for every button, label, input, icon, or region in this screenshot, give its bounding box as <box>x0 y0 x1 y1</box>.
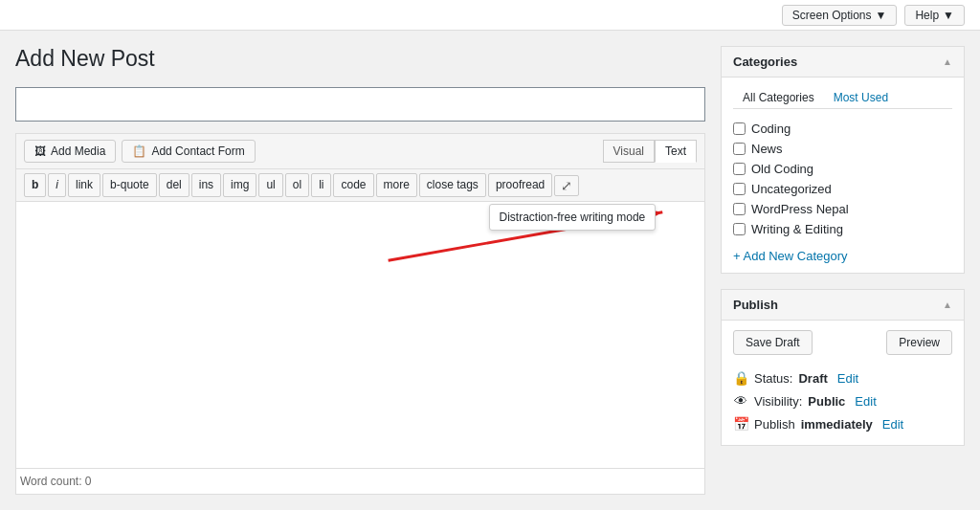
publish-meta-list: 🔒 Status: Draft Edit 👁 Visibility: Publi… <box>733 366 952 435</box>
news-checkbox[interactable] <box>733 143 746 155</box>
top-bar: Screen Options ▼ Help ▼ <box>0 0 980 31</box>
screen-options-button[interactable]: Screen Options ▼ <box>782 5 898 26</box>
li-button[interactable]: li <box>311 173 331 197</box>
add-media-icon: 🖼 <box>34 144 46 158</box>
coding-label: Coding <box>751 122 791 136</box>
publish-time-meta: 📅 Publish immediately Edit <box>733 412 952 435</box>
add-new-category-link[interactable]: + Add New Category <box>733 249 848 263</box>
word-count: Word count: 0 <box>15 469 705 495</box>
categories-body: All Categories Most Used Coding News Old… <box>722 78 964 273</box>
visibility-meta: 👁 Visibility: Public Edit <box>733 389 952 412</box>
status-meta: 🔒 Status: Draft Edit <box>733 366 952 389</box>
most-used-tab[interactable]: Most Used <box>824 87 898 108</box>
publish-body: Save Draft Preview 🔒 Status: Draft Edit … <box>722 321 964 445</box>
status-value: Draft <box>798 371 827 386</box>
visibility-icon: 👁 <box>733 393 748 409</box>
editor-toolbar: 🖼 Add Media 📋 Add Contact Form Visual Te… <box>15 133 705 168</box>
publish-actions: Save Draft Preview <box>733 330 952 355</box>
publish-title: Publish <box>733 298 778 312</box>
list-item: Old Coding <box>733 159 952 179</box>
more-button[interactable]: more <box>376 173 417 197</box>
format-toolbar: b i link b-quote del ins img ul ol li co… <box>15 168 705 201</box>
screen-options-chevron-icon: ▼ <box>876 9 887 22</box>
list-item: News <box>733 139 952 159</box>
wordpress-nepal-checkbox[interactable] <box>733 203 746 215</box>
help-label: Help <box>915 9 939 22</box>
wordpress-nepal-label: WordPress Nepal <box>751 202 849 216</box>
right-panel: Categories ▲ All Categories Most Used Co… <box>721 46 965 495</box>
left-panel: Add New Post 🖼 Add Media 📋 Add Contact F… <box>15 46 705 495</box>
editor-area[interactable] <box>15 201 705 469</box>
categories-header: Categories ▲ <box>722 47 964 78</box>
view-tabs: Visual Text <box>603 140 697 163</box>
ins-button[interactable]: ins <box>191 173 221 197</box>
visibility-label: Visibility: <box>754 394 802 409</box>
old-coding-checkbox[interactable] <box>733 163 746 175</box>
img-button[interactable]: img <box>223 173 256 197</box>
save-draft-button[interactable]: Save Draft <box>733 330 813 355</box>
italic-button[interactable]: i <box>48 173 66 197</box>
proofread-button[interactable]: proofread <box>488 173 552 197</box>
publish-panel: Publish ▲ Save Draft Preview 🔒 Status: <box>721 289 965 446</box>
list-item: Uncategorized <box>733 179 952 199</box>
status-edit-link[interactable]: Edit <box>837 371 858 386</box>
fullscreen-button[interactable]: ⤢ <box>554 175 579 196</box>
list-item: Coding <box>733 119 952 139</box>
visual-tab[interactable]: Visual <box>603 140 655 163</box>
coding-checkbox[interactable] <box>733 122 746 135</box>
writing-editing-checkbox[interactable] <box>733 223 746 235</box>
list-item: WordPress Nepal <box>733 199 952 219</box>
help-button[interactable]: Help ▼ <box>904 5 965 26</box>
screen-options-label: Screen Options <box>792 9 872 22</box>
calendar-icon: 📅 <box>733 416 748 432</box>
preview-button[interactable]: Preview <box>886 330 952 355</box>
uncategorized-label: Uncategorized <box>751 182 832 196</box>
ol-button[interactable]: ol <box>285 173 309 197</box>
categories-panel: Categories ▲ All Categories Most Used Co… <box>721 46 965 274</box>
status-label: Status: <box>754 371 792 386</box>
del-button[interactable]: del <box>159 173 189 197</box>
news-label: News <box>751 142 783 156</box>
add-contact-form-button[interactable]: 📋 Add Contact Form <box>122 140 255 163</box>
status-icon: 🔒 <box>733 370 748 386</box>
categories-title: Categories <box>733 55 797 69</box>
visibility-edit-link[interactable]: Edit <box>855 394 876 409</box>
list-item: Writing & Editing <box>733 219 952 239</box>
old-coding-label: Old Coding <box>751 162 813 176</box>
visibility-value: Public <box>808 394 845 409</box>
toolbar-left: 🖼 Add Media 📋 Add Contact Form <box>24 140 256 163</box>
publish-edit-link[interactable]: Edit <box>882 417 903 432</box>
publish-header: Publish ▲ <box>722 290 964 321</box>
editor-wrapper: Word count: 0 <box>15 201 705 495</box>
link-button[interactable]: link <box>68 173 100 197</box>
add-media-label: Add Media <box>51 144 105 158</box>
categories-collapse-icon[interactable]: ▲ <box>943 56 952 67</box>
page-title: Add New Post <box>15 46 705 72</box>
help-chevron-icon: ▼ <box>943 9 954 22</box>
ul-button[interactable]: ul <box>258 173 282 197</box>
publish-collapse-icon[interactable]: ▲ <box>943 299 952 310</box>
tooltip-distraction-free: Distraction-free writing mode <box>489 204 657 231</box>
text-tab[interactable]: Text <box>655 140 697 163</box>
publish-value: immediately <box>801 417 873 432</box>
close-tags-button[interactable]: close tags <box>419 173 486 197</box>
writing-editing-label: Writing & Editing <box>751 222 843 236</box>
bold-button[interactable]: b <box>24 173 46 197</box>
uncategorized-checkbox[interactable] <box>733 183 746 195</box>
code-button[interactable]: code <box>333 173 373 197</box>
category-list: Coding News Old Coding Uncategorized <box>733 119 952 239</box>
post-title-input[interactable] <box>15 87 705 122</box>
contact-form-icon: 📋 <box>132 144 146 158</box>
fullscreen-container: ⤢ Distraction-free writing mode <box>554 175 579 196</box>
category-tabs: All Categories Most Used <box>733 87 952 109</box>
arrow-overlay <box>16 202 704 468</box>
all-categories-tab[interactable]: All Categories <box>733 87 824 108</box>
add-contact-form-label: Add Contact Form <box>151 144 244 158</box>
add-media-button[interactable]: 🖼 Add Media <box>24 140 116 163</box>
bquote-button[interactable]: b-quote <box>102 173 157 197</box>
publish-label: Publish <box>754 417 795 432</box>
